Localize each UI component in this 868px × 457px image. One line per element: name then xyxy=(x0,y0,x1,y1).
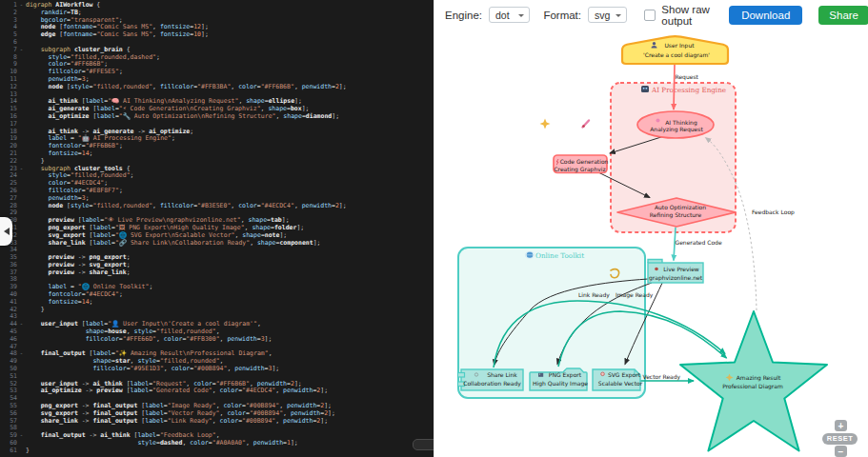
node-svg-export: SVG Export Scalable Vector xyxy=(593,369,643,390)
code-line[interactable]: 21 fontsize=14; xyxy=(0,150,434,158)
zoom-in-button[interactable]: + xyxy=(835,420,847,431)
show-raw-output-label: Show raw output xyxy=(661,4,717,27)
code-line[interactable]: 42 } xyxy=(0,307,434,314)
fold-toggle-icon[interactable]: - xyxy=(17,321,26,328)
fold-spacer xyxy=(17,76,26,84)
graph-canvas[interactable]: AI Processing Engine Online Toolkit xyxy=(434,30,868,457)
format-value: svg xyxy=(595,10,610,21)
fold-toggle-icon[interactable]: - xyxy=(17,47,26,54)
node-svg-export-line1: SVG Export xyxy=(608,371,641,379)
node-preview: Live Preview graphvizonline.net xyxy=(648,260,703,284)
code-line[interactable]: 57 share_link -> final_output [label="Li… xyxy=(0,418,434,426)
chevron-down-icon xyxy=(518,14,524,20)
edge-label-image-ready: Image Ready xyxy=(616,291,654,299)
fold-spacer xyxy=(17,269,26,277)
fold-spacer xyxy=(17,276,26,284)
collapse-left-icon xyxy=(4,228,10,235)
line-number: 61 xyxy=(0,447,17,455)
fold-spacer xyxy=(17,91,26,99)
node-ai-generate-line2: Creating Graphviz xyxy=(554,166,605,173)
node-preview-line2: graphvizonline.net xyxy=(649,274,703,282)
node-final-output-line2: Professional Diagram xyxy=(722,383,783,390)
code-line[interactable]: 37 preview -> share_link; xyxy=(0,269,434,277)
engine-select[interactable]: dot xyxy=(489,7,530,23)
fold-spacer xyxy=(17,69,26,76)
code-line[interactable]: 46 fillcolor="#FFE66D", color="#FFB300",… xyxy=(0,336,434,344)
code-line[interactable]: 50 fillcolor="#95E1D3", color="#00B894",… xyxy=(0,366,434,373)
fold-spacer xyxy=(17,262,26,269)
fold-spacer xyxy=(17,84,26,91)
fold-toggle-icon[interactable]: - xyxy=(17,432,26,440)
graphviz-online-app: 1-digraph AIWorkflow {2 rankdir=TB;3 bgc… xyxy=(0,0,868,457)
preview-panel: Engine: dot Format: svg Show raw output … xyxy=(434,0,868,457)
code-line[interactable]: 16 ai_optimize [label="🔧 Auto Optimizati… xyxy=(0,113,434,121)
fold-spacer xyxy=(17,135,26,143)
zoom-out-button[interactable]: − xyxy=(835,446,847,457)
rocket-decoration-icon xyxy=(582,121,589,128)
preview-toolbar: Engine: dot Format: svg Show raw output … xyxy=(434,0,868,30)
fold-spacer xyxy=(17,180,26,188)
code-line[interactable]: 12 node [style="filled,rounded", fillcol… xyxy=(0,84,434,91)
fold-spacer xyxy=(17,10,26,17)
fold-spacer xyxy=(17,143,26,150)
fold-spacer xyxy=(17,150,26,158)
node-png-export-line2: High Quality Image xyxy=(533,380,588,387)
fold-spacer xyxy=(17,410,26,418)
node-ai-optimize-line1: Auto Optimization xyxy=(655,204,706,211)
node-png-export: PNG Export High Quality Image xyxy=(530,368,588,390)
code-line[interactable]: 28 node [style="filled,rounded", fillcol… xyxy=(0,203,434,210)
edge-label-request: Request xyxy=(676,73,699,81)
fold-spacer xyxy=(17,172,26,180)
sparkles-decoration-icon xyxy=(540,119,551,129)
cluster-brain-title: AI Processing Engine xyxy=(641,86,726,94)
format-select[interactable]: svg xyxy=(588,7,627,23)
cluster-brain-label: AI Processing Engine xyxy=(651,86,726,94)
code-editor[interactable]: 1-digraph AIWorkflow {2 rankdir=TB;3 bgc… xyxy=(0,0,434,457)
fold-spacer xyxy=(17,31,26,39)
show-raw-output-checkbox[interactable] xyxy=(644,10,656,21)
share-button[interactable]: Share xyxy=(818,6,868,25)
fold-spacer xyxy=(17,307,26,314)
node-preview-line1: Live Preview xyxy=(663,266,699,272)
node-share-link-line1: Share Link xyxy=(487,371,517,378)
code-line[interactable]: 41 fontsize=14; xyxy=(0,299,434,307)
download-button[interactable]: Download xyxy=(729,6,802,25)
fold-spacer xyxy=(17,98,26,106)
fold-spacer xyxy=(17,195,26,203)
fold-spacer xyxy=(17,240,26,248)
picture-icon xyxy=(538,373,543,377)
node-user-input-line2: 'Create a cool diagram' xyxy=(643,51,710,59)
chevron-down-icon xyxy=(616,14,621,20)
code-line[interactable]: 60 style=dashed, color="#A0A0A0", penwid… xyxy=(0,440,434,447)
fold-spacer xyxy=(17,54,26,62)
fold-toggle-icon[interactable]: - xyxy=(17,350,26,358)
graph-svg: AI Processing Engine Online Toolkit xyxy=(434,30,862,457)
fold-toggle-icon[interactable]: - xyxy=(17,166,26,173)
fold-spacer xyxy=(17,61,26,69)
code-line[interactable]: 53 ai_optimize -> preview [label="Genera… xyxy=(0,387,434,395)
fold-spacer xyxy=(17,188,26,195)
fold-toggle-icon[interactable]: - xyxy=(17,2,26,10)
node-ai-generate-line1: Code Generation xyxy=(560,158,609,165)
code-line[interactable]: 5 edge [fontname="Comic Sans MS", fontsi… xyxy=(0,31,434,39)
fold-spacer xyxy=(17,328,26,336)
node-svg-export-line2: Scalable Vector xyxy=(598,380,643,387)
fold-spacer xyxy=(17,440,26,447)
node-ai-think-line2: Analyzing Request xyxy=(650,126,703,133)
fold-spacer xyxy=(17,217,26,225)
collapse-editor-button[interactable] xyxy=(0,217,12,246)
edge-request xyxy=(674,65,675,110)
code-line[interactable]: 61} xyxy=(0,447,434,455)
node-final-output: Amazing Result Professional Diagram xyxy=(680,311,827,451)
node-ai-think: AI Thinking Analyzing Request xyxy=(637,111,714,138)
fold-spacer xyxy=(17,17,26,25)
code-line[interactable]: 33 share_link [label="🔗 Share Link\nColl… xyxy=(0,240,434,248)
node-ai-optimize-line2: Refining Structure xyxy=(650,211,702,219)
fold-spacer xyxy=(17,209,26,217)
node-share-link-line2: Collaboration Ready xyxy=(463,380,521,387)
fold-spacer xyxy=(17,358,26,366)
zoom-reset-button[interactable]: RESET xyxy=(822,433,858,445)
node-share-link: Share Link Collaboration Ready xyxy=(458,369,524,390)
fold-spacer xyxy=(17,24,26,31)
fold-spacer xyxy=(17,381,26,388)
